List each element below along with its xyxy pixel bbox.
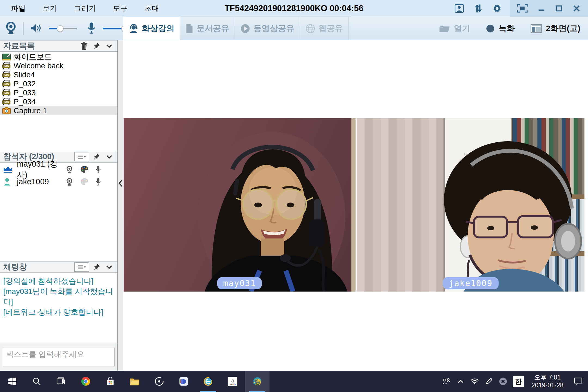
taskbar-music-app[interactable] [147,371,171,392]
participant-drawing-palette-icon[interactable] [80,166,88,174]
materials-panel-header: 자료목록 [0,40,117,52]
svg-text:a: a [231,378,235,384]
host-crown-icon [3,166,13,173]
chat-message: [may031님이 녹화를 시작했습니다] [3,286,114,307]
ime-korean-indicator[interactable]: 한 [513,376,524,387]
minimize-button[interactable] [538,5,545,12]
taskbar-lecture-app-active[interactable] [245,371,270,392]
video-name-tag: jake1009 [443,277,499,289]
close-button[interactable] [573,5,580,12]
learning-app-icon [179,377,188,386]
toolbar-separator [23,22,24,35]
volume-slider[interactable] [49,28,77,29]
participant-webcam-icon[interactable] [66,178,74,186]
chat-input[interactable] [3,348,115,366]
app-window: 파일 보기 그리기 도구 초대 TF54249201901281900KO 00… [0,0,588,392]
mode-tabs: 화상강의 문서공유 동영상공유 웹공유 [123,17,349,40]
pin-icon[interactable] [92,152,102,162]
tray-pen-icon[interactable] [482,371,496,392]
material-item-image[interactable]: IMG Slide4 [0,70,117,79]
material-item-whiteboard[interactable]: 화이트보드 [0,52,117,61]
task-view-button[interactable] [49,371,74,392]
mic-icon[interactable] [87,22,96,35]
speaker-icon[interactable] [30,23,42,34]
taskbar-amazon[interactable]: a [220,371,245,392]
collapse-left-chevron-icon [118,180,123,187]
participant-mic-icon[interactable] [95,178,103,186]
tray-people-icon[interactable] [439,371,454,392]
action-center-button[interactable] [568,371,588,392]
participant-row-host[interactable]: may031 (강사) [0,163,117,176]
main-content: may031 hausen [124,40,588,371]
tray-wifi-icon[interactable] [468,371,482,392]
chat-message-list: [강의실에 참석하셨습니다] [may031님이 녹화를 시작했습니다] [네트… [0,273,117,320]
tray-disconnect-icon[interactable] [496,371,510,392]
chat-title: 채팅창 [3,262,27,272]
tab-document-share[interactable]: 문서공유 [180,17,235,40]
participants-list: may031 (강사) jake1009 [0,163,117,188]
chat-options-button[interactable] [74,262,89,272]
video-tile-teacher: may031 [124,118,356,292]
maximize-button[interactable] [555,5,562,12]
participant-row-attendee[interactable]: jake1009 [0,176,117,188]
webcam-button[interactable] [5,21,17,36]
fullscreen-button[interactable] [517,4,528,13]
taskbar-file-explorer[interactable] [122,371,147,392]
menu-file[interactable]: 파일 [11,4,26,13]
screen-layout-button[interactable]: 2화면(고) [531,23,580,34]
trash-icon[interactable] [79,41,89,51]
chrome-icon [81,377,90,386]
taskbar-search-button[interactable] [24,371,49,392]
taskbar-clock[interactable]: 오후 7:01 2019-01-28 [526,373,568,389]
menu-view[interactable]: 보기 [42,4,57,13]
pin-icon[interactable] [92,41,102,51]
sidebar-collapse-handle[interactable] [118,40,123,371]
taskbar-internet-explorer[interactable] [196,371,220,392]
taskbar-store[interactable] [98,371,122,392]
chat-input-area [0,343,117,371]
material-item-capture[interactable]: Capture 1 [0,106,117,115]
taskbar-chrome[interactable] [74,371,98,392]
participants-list-options-button[interactable] [74,152,89,161]
open-button[interactable]: 열기 [439,23,470,34]
menu-invite[interactable]: 초대 [145,4,159,13]
search-icon [32,377,41,386]
profile-button[interactable] [455,4,464,13]
windows-logo-icon [8,377,17,386]
tray-show-hidden-icons[interactable] [454,371,468,392]
taskbar-learning-app[interactable] [171,371,196,392]
collapse-panel-chevron-icon[interactable] [104,152,114,162]
network-transfer-button[interactable] [474,4,483,13]
tab-web-share[interactable]: 웹공유 [300,17,349,40]
participant-drawing-palette-icon-disabled[interactable] [80,178,88,186]
collapse-panel-chevron-icon[interactable] [104,41,114,51]
volume-slider-thumb[interactable] [57,25,63,32]
tab-video-lecture[interactable]: 화상강의 [123,17,180,40]
material-item-image[interactable]: IMG P_033 [0,88,117,97]
video-tile-student: hausen [357,118,584,292]
start-button[interactable] [0,371,24,392]
menu-tools[interactable]: 도구 [113,4,128,13]
student-video-illustration [357,118,584,292]
session-title: TF54249201901281900KO 00:04:56 [225,0,363,17]
settings-gear-icon[interactable] [493,4,501,13]
menubar: 파일 보기 그리기 도구 초대 [11,0,159,17]
record-button[interactable]: 녹화 [486,23,515,34]
chat-message: [네트워크 상태가 양호합니다] [3,307,114,317]
music-app-icon [155,377,164,386]
material-item-image[interactable]: IMG Welcome back [0,61,117,70]
participant-webcam-icon[interactable] [66,166,74,174]
materials-title: 자료목록 [3,41,35,51]
material-item-image[interactable]: IMG P_034 [0,97,117,106]
svg-text:IMG: IMG [4,82,9,85]
teacher-video-illustration [124,118,356,292]
tab-video-share[interactable]: 동영상공유 [235,17,300,40]
collapse-panel-chevron-icon[interactable] [104,262,114,272]
menu-draw[interactable]: 그리기 [74,4,96,13]
file-explorer-icon [130,377,140,385]
participant-mic-icon[interactable] [95,166,103,174]
chat-message: [강의실에 참석하셨습니다] [3,276,114,286]
pin-icon[interactable] [92,262,102,272]
material-item-image[interactable]: IMG P_032 [0,79,117,88]
image-file-icon: IMG [2,98,11,106]
